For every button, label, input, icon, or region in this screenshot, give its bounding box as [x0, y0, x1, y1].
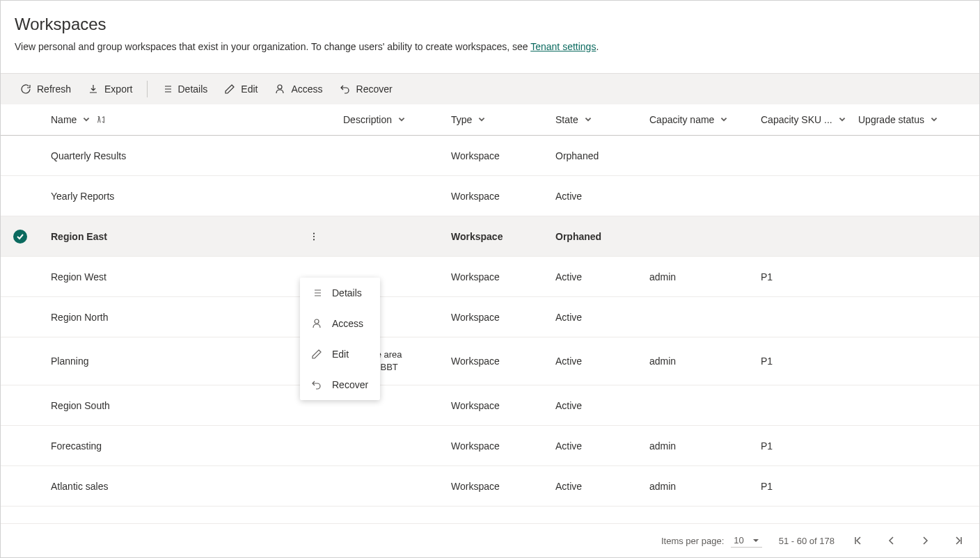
chevron-down-icon: [397, 115, 406, 124]
chevron-down-icon: [82, 115, 90, 124]
tenant-settings-link[interactable]: Tenant settings: [530, 41, 596, 52]
context-access-label: Access: [332, 318, 363, 329]
edit-label: Edit: [241, 83, 258, 95]
edit-icon: [311, 349, 322, 360]
chevron-down-icon: [477, 115, 486, 124]
items-per-page-label: Items per page:: [661, 536, 724, 546]
table-row[interactable]: Atlantic salesWorkspaceActiveadminP1: [1, 466, 979, 507]
column-description[interactable]: Description: [343, 114, 451, 125]
table-header-row: Name Description Type State Capacity nam…: [1, 104, 979, 136]
table-row[interactable]: ForecastingWorkspaceActiveadminP1: [1, 426, 979, 466]
access-button[interactable]: Access: [269, 81, 328, 97]
row-capacity: admin: [649, 481, 761, 492]
svg-point-0: [278, 85, 282, 89]
col-state-label: State: [555, 114, 578, 125]
prev-page-button[interactable]: [885, 534, 899, 548]
row-state: Active: [555, 312, 649, 323]
context-recover-label: Recover: [332, 379, 368, 390]
next-page-button[interactable]: [918, 534, 932, 548]
row-sku: P1: [761, 440, 858, 452]
svg-point-4: [315, 319, 319, 324]
pagination: Items per page: 10 51 - 60 of 178: [1, 523, 979, 557]
row-name: Forecasting: [51, 440, 102, 452]
chevron-down-icon: [584, 115, 592, 124]
items-per-page-value: 10: [734, 535, 743, 545]
svg-point-1: [313, 232, 315, 234]
sort-icon: [96, 115, 106, 125]
edit-button[interactable]: Edit: [219, 81, 263, 97]
details-button[interactable]: Details: [156, 81, 214, 97]
column-name[interactable]: Name: [51, 114, 343, 125]
context-access[interactable]: Access: [300, 308, 380, 339]
more-options-button[interactable]: [309, 232, 319, 241]
col-upgrade-label: Upgrade status: [858, 114, 924, 125]
col-sku-label: Capacity SKU ...: [761, 114, 832, 125]
export-label: Export: [104, 83, 132, 95]
chevron-down-icon: [838, 115, 846, 124]
table-row[interactable]: Quarterly ResultsWorkspaceOrphaned: [1, 136, 979, 176]
context-edit-label: Edit: [332, 349, 349, 360]
column-upgrade-status[interactable]: Upgrade status: [858, 114, 956, 125]
recover-icon: [340, 83, 351, 95]
pagination-range: 51 - 60 of 178: [779, 536, 835, 546]
access-icon: [311, 318, 322, 329]
column-capacity-name[interactable]: Capacity name: [649, 114, 761, 125]
page-title: Workspaces: [15, 15, 965, 34]
context-recover[interactable]: Recover: [300, 369, 380, 400]
column-type[interactable]: Type: [451, 114, 555, 125]
details-label: Details: [178, 83, 208, 95]
row-name: Planning: [51, 356, 89, 367]
col-desc-label: Description: [343, 114, 392, 125]
row-name: Yearly Reports: [51, 191, 114, 202]
row-sku: P1: [761, 481, 858, 492]
export-button[interactable]: Export: [82, 81, 138, 97]
next-page-icon: [919, 535, 931, 546]
row-name: Region South: [51, 400, 110, 411]
dropdown-arrow-icon: [752, 537, 759, 544]
col-cap-label: Capacity name: [649, 114, 714, 125]
recover-button[interactable]: Recover: [334, 81, 398, 97]
column-state[interactable]: State: [555, 114, 649, 125]
table-row[interactable]: Region WestWorkspaceActiveadminP1: [1, 257, 979, 297]
first-page-button[interactable]: [851, 534, 865, 548]
table-row[interactable]: Yearly ReportsWorkspaceActive: [1, 176, 979, 216]
prev-page-icon: [886, 535, 897, 546]
row-type: Workspace: [451, 400, 555, 411]
refresh-label: Refresh: [37, 83, 71, 95]
table-row[interactable]: Region EastWorkspaceOrphaned: [1, 216, 979, 257]
col-type-label: Type: [451, 114, 472, 125]
svg-point-2: [313, 235, 315, 237]
first-page-icon: [853, 535, 864, 546]
recover-label: Recover: [356, 83, 393, 95]
column-capacity-sku[interactable]: Capacity SKU ...: [761, 114, 858, 125]
toolbar: Refresh Export Details Edit Access: [1, 73, 979, 104]
context-edit[interactable]: Edit: [300, 339, 380, 369]
row-state: Active: [555, 356, 649, 367]
row-capacity: admin: [649, 440, 761, 452]
row-sku: P1: [761, 356, 858, 367]
access-icon: [274, 83, 285, 95]
row-state: Active: [555, 440, 649, 452]
last-page-button[interactable]: [951, 534, 965, 548]
row-type: Workspace: [451, 271, 555, 282]
list-icon: [311, 287, 322, 298]
items-per-page-select[interactable]: 10: [731, 534, 761, 548]
subtitle-text-post: .: [596, 41, 599, 52]
row-name: Region West: [51, 271, 106, 282]
selected-check-icon: [13, 230, 27, 244]
context-details-label: Details: [332, 287, 362, 298]
edit-icon: [224, 83, 235, 95]
row-state: Active: [555, 271, 649, 282]
chevron-down-icon: [720, 115, 728, 124]
row-name: Atlantic sales: [51, 481, 108, 492]
row-name: Quarterly Results: [51, 150, 126, 161]
row-state: Orphaned: [555, 231, 649, 242]
more-vertical-icon: [309, 232, 319, 241]
refresh-button[interactable]: Refresh: [15, 81, 77, 97]
row-name: Region North: [51, 312, 109, 323]
row-capacity: admin: [649, 356, 761, 367]
table-row[interactable]: Region NorthWorkspaceActive: [1, 297, 979, 337]
context-details[interactable]: Details: [300, 278, 380, 308]
table-row[interactable]: PlanningorkSpace area or test in BBTWork…: [1, 337, 979, 385]
table-row[interactable]: Region SouthWorkspaceActive: [1, 385, 979, 426]
